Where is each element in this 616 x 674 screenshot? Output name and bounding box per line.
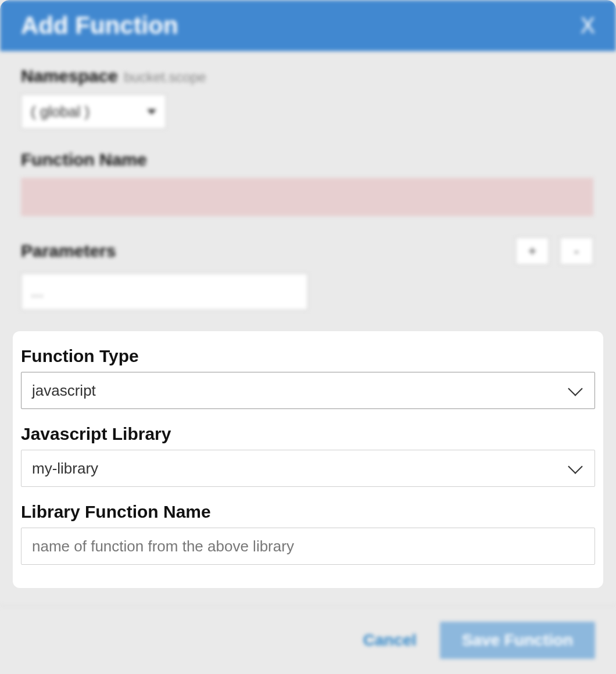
close-icon[interactable]: X [581,13,595,38]
function-type-panel: Function Type javascript Javascript Libr… [13,331,603,588]
upper-section: Namespace bucket.scope ( global ) Functi… [0,51,616,310]
save-function-button[interactable]: Save Function [440,622,595,659]
add-parameter-button[interactable]: + [515,237,549,265]
namespace-label: Namespace [21,66,118,85]
parameters-label: Parameters [21,241,116,261]
js-library-select[interactable]: my-library [21,450,595,487]
function-type-row: Function Type javascript [21,346,595,409]
parameter-buttons: + - [515,237,593,265]
js-library-value: my-library [32,460,98,478]
function-type-label: Function Type [21,346,595,366]
namespace-select[interactable]: ( global ) [21,94,166,129]
caret-down-icon [147,109,156,114]
js-library-label: Javascript Library [21,424,595,444]
modal-title: Add Function [21,12,178,40]
lib-fn-name-input[interactable] [21,528,595,565]
namespace-hint: bucket.scope [124,69,206,85]
remove-parameter-button[interactable]: - [560,237,593,265]
cancel-button[interactable]: Cancel [363,631,417,650]
lib-fn-name-row: Library Function Name [21,502,595,565]
js-library-row: Javascript Library my-library [21,424,595,487]
add-function-modal: Add Function X Namespace bucket.scope ( … [0,0,616,674]
modal-footer: Cancel Save Function [0,605,616,674]
parameters-row: Parameters + - ... [21,237,595,310]
namespace-row: Namespace bucket.scope ( global ) [21,66,595,129]
function-type-select[interactable]: javascript [21,372,595,409]
modal-content: Namespace bucket.scope ( global ) Functi… [0,51,616,674]
function-name-input[interactable] [21,178,593,216]
parameter-input[interactable]: ... [21,273,308,310]
chevron-down-icon [568,459,582,474]
lib-fn-name-label: Library Function Name [21,502,595,522]
chevron-down-icon [568,381,582,396]
function-type-value: javascript [32,382,96,400]
function-name-label: Function Name [21,150,147,169]
modal-header: Add Function X [0,0,616,51]
function-name-row: Function Name [21,150,595,216]
namespace-value: ( global ) [31,103,89,121]
parameter-placeholder: ... [31,283,44,301]
